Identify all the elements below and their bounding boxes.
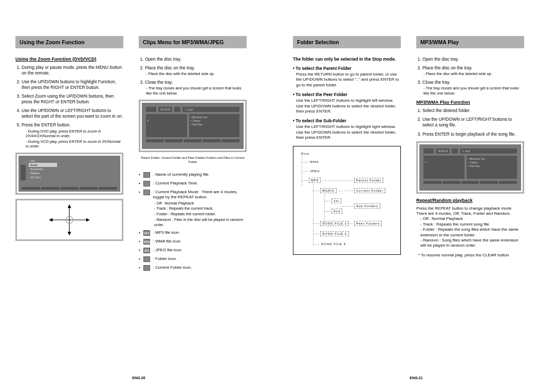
zoom-steps: During play or pause mode, press the MEN… (17, 65, 123, 148)
sub-playfn: MP3/WMA Play Function (416, 100, 524, 105)
screen-mock-r: 00:00:23 1 .mp3 ..▸ ▪ Because You ▪ Cact… (416, 141, 524, 194)
legend-row: •: Name of currently playing file. (139, 172, 247, 178)
note: * To resume normal play, press the CLEAR… (418, 253, 524, 257)
file-name-icon (143, 172, 150, 178)
folder-tree: Root WMA JPEG MP3 Parent Folder MUSIC (293, 146, 401, 255)
svg-marker-4 (49, 218, 52, 222)
step: Use the UP/DOWN buttons to highlight Fun… (22, 79, 123, 90)
screen-mock: 00:00:23 1 .mp3 ..▸ ▪ Because You ▪ Cact… (139, 100, 247, 152)
svg-marker-2 (68, 204, 71, 208)
wma-icon: WMA (143, 239, 150, 245)
time-icon (143, 181, 150, 186)
step: Close the tray. - The tray closes and yo… (422, 80, 524, 96)
zoom-column: Using the Zoom Function Using the Zoom F… (15, 36, 123, 360)
folder-column: Folder Selection The folder can only be … (293, 36, 401, 360)
step: During play or pause mode, press the MEN… (22, 65, 123, 76)
manual-spread: Using the Zoom Function Using the Zoom F… (0, 0, 555, 392)
clips-steps: Open the disc tray. Place the disc on th… (141, 57, 247, 96)
step: Select the desired folder. (422, 108, 524, 114)
header-clips: Clips Menu for MP3/WMA/JPEG (139, 36, 247, 48)
step: Use the UP/DOWN or LEFT/RIGHT buttons to… (422, 117, 524, 128)
page-number: ENG-21 (410, 376, 422, 380)
step: Close the tray. - The tray closes and yo… (145, 80, 247, 96)
step: Use the UP/DOWN or LEFT/RIGHT buttons to… (22, 108, 123, 119)
step: Place the disc on the tray. - Place the … (145, 65, 247, 77)
page-right: Folder Selection The folder can only be … (278, 0, 555, 392)
svg-marker-5 (86, 218, 90, 222)
mp3-icon: MP3 (143, 230, 150, 236)
sub-repeat: Repeat/Random playback (416, 198, 524, 203)
mode-icon (143, 190, 150, 195)
folder-icon (143, 256, 150, 262)
mp3-steps: Open the disc tray. Place the disc on th… (418, 57, 524, 96)
step: Select Zoom using the UP/DOWN buttons, t… (22, 94, 123, 105)
step: Open the disc tray. (422, 57, 524, 62)
clips-column: Clips Menu for MP3/WMA/JPEG Open the dis… (139, 36, 247, 360)
svg-marker-3 (68, 232, 71, 236)
current-folder-icon (143, 265, 150, 271)
folder-intro: The folder can only be selected in the S… (293, 57, 401, 62)
mp3play-column: MP3/WMA Play Open the disc tray. Place t… (416, 36, 524, 360)
header-zoom: Using the Zoom Function (15, 36, 123, 48)
osd-mock: Info Zoom Bookmark Repeat EZ View (15, 153, 123, 195)
step: Place the disc on the tray. - Place the … (422, 65, 524, 77)
step: Press ENTER to begin playback of the son… (422, 132, 524, 137)
page-left: Using the Zoom Function Using the Zoom F… (0, 0, 278, 392)
jpeg-icon: JPG (143, 248, 150, 253)
header-mp3play: MP3/WMA Play (416, 36, 524, 48)
step: Press the ENTER button. - During DVD pla… (22, 122, 123, 148)
step: Open the disc tray. (145, 57, 247, 62)
header-folder: Folder Selection (293, 36, 401, 48)
zoom-arrows (15, 199, 123, 241)
page-number: ENG-20 (132, 376, 145, 380)
playfn-steps: Select the desired folder. Use the UP/DO… (418, 108, 524, 137)
screen-caption: Parent Folder, Current Folder and Peer F… (139, 156, 247, 163)
sub-zoom: Using the Zoom Function (DVD/VCD) (15, 57, 123, 62)
